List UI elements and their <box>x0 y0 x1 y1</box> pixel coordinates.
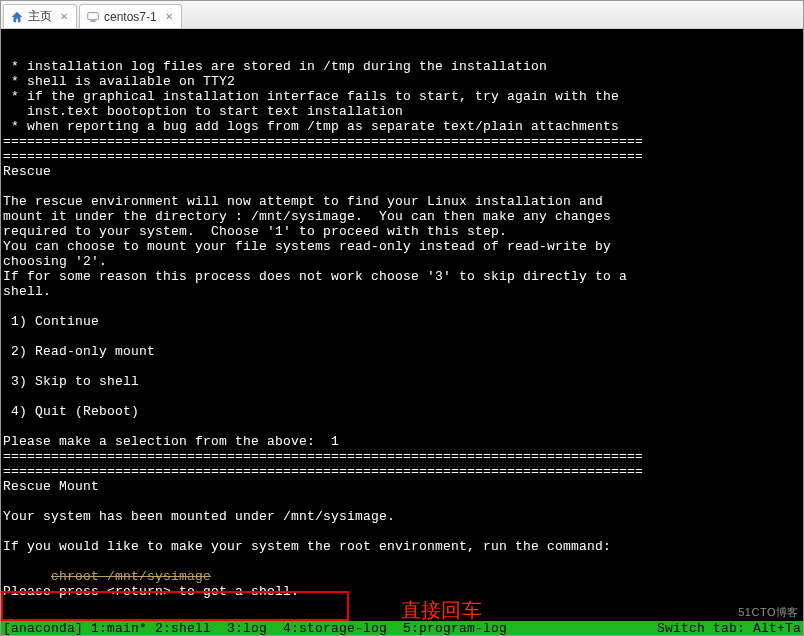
selection-prompt: Please make a selection from the above: … <box>3 434 339 449</box>
tab-label: 主页 <box>28 8 52 25</box>
status-bar: [anaconda] 1:main* 2:shell 3:log 4:stora… <box>1 621 803 636</box>
close-icon[interactable]: ✕ <box>163 11 175 23</box>
status-right: Switch tab: Alt+Ta <box>657 621 803 636</box>
option-readonly: 2) Read-only mount <box>11 344 155 359</box>
terminal-content: * installation log files are stored in /… <box>1 44 803 599</box>
rescue-mount-title: Rescue Mount <box>3 479 99 494</box>
terminal[interactable]: * installation log files are stored in /… <box>1 29 803 636</box>
option-skip: 3) Skip to shell <box>11 374 139 389</box>
tab-centos7-1[interactable]: centos7-1 ✕ <box>79 4 182 28</box>
rescue-title: Rescue <box>3 164 51 179</box>
tab-strip: 主页 ✕ centos7-1 ✕ <box>1 1 803 29</box>
press-return-line: Please press <return> to get a shell. <box>3 584 299 599</box>
option-continue: 1) Continue <box>11 314 99 329</box>
svg-rect-1 <box>90 20 95 21</box>
annotation-text: 直接回车 <box>401 603 482 618</box>
option-quit: 4) Quit (Reboot) <box>11 404 139 419</box>
chroot-line: chroot /mnt/sysimage <box>51 569 211 584</box>
tab-label: centos7-1 <box>104 10 157 24</box>
tab-home[interactable]: 主页 ✕ <box>3 4 77 28</box>
status-left: [anaconda] 1:main* 2:shell 3:log 4:stora… <box>1 621 507 636</box>
svg-rect-0 <box>88 12 99 19</box>
home-icon <box>10 10 24 24</box>
vm-icon <box>86 10 100 24</box>
close-icon[interactable]: ✕ <box>58 11 70 23</box>
watermark: 51CTO博客 <box>738 605 799 620</box>
